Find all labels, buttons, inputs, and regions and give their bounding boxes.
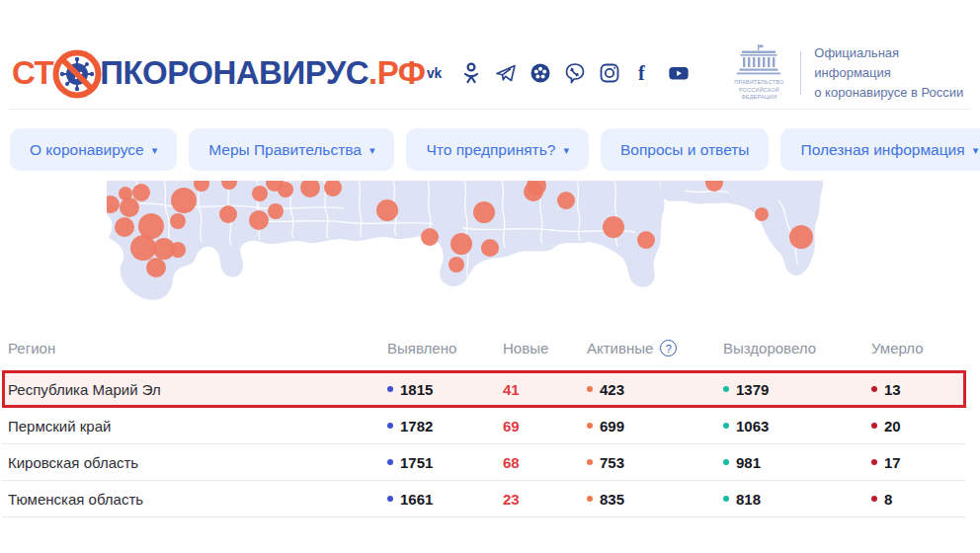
case-marker[interactable] [170, 213, 186, 229]
case-marker[interactable] [637, 231, 655, 249]
logo-text-prefix: СТ [12, 54, 53, 92]
col-header-detected: Выявлено [387, 340, 503, 356]
case-marker[interactable] [170, 242, 186, 258]
nav-government-measures[interactable]: Меры Правительства▾ [189, 128, 394, 171]
detected-dot-icon [387, 496, 393, 502]
official-info-text: Официальная информация о коронавирусе в … [814, 43, 968, 103]
vk-icon[interactable]: vk [426, 62, 448, 84]
detected-dot-icon [387, 459, 393, 465]
case-marker[interactable] [421, 228, 439, 246]
chevron-down-icon: ▾ [563, 145, 569, 156]
chevron-down-icon: ▾ [369, 145, 375, 156]
detected-dot-icon [387, 423, 393, 429]
col-header-active: Активные ? [587, 340, 723, 356]
active-dot-icon [587, 496, 593, 502]
col-header-new: Новые [503, 340, 587, 356]
russia-cases-map[interactable] [107, 181, 968, 329]
died-dot-icon [871, 496, 877, 502]
case-marker[interactable] [171, 188, 197, 213]
died-dot-icon [871, 423, 877, 429]
case-marker[interactable] [557, 192, 575, 209]
svg-text:vk: vk [426, 66, 442, 81]
table-row-tyumenskaya-oblast[interactable]: Тюменская область 1661 23 835 818 8 [2, 481, 966, 517]
case-marker[interactable] [755, 207, 769, 221]
table-header-row: Регион Выявлено Новые Активные ? Выздоро… [2, 334, 966, 370]
svg-text:f: f [638, 62, 645, 84]
case-marker[interactable] [219, 205, 237, 223]
case-marker[interactable] [268, 203, 284, 219]
recovered-dot-icon [723, 423, 729, 429]
social-links: vk [426, 62, 690, 84]
nav-what-to-do[interactable]: Что предпринять?▾ [406, 128, 588, 171]
chevron-down-icon: ▾ [973, 145, 979, 156]
government-building-icon [736, 44, 781, 76]
divider [10, 109, 970, 110]
table-row-mariy-el[interactable]: Республика Марий Эл 1815 41 423 1379 13 [2, 370, 966, 408]
died-dot-icon [871, 459, 877, 465]
main-nav: О коронавирусе▾ Меры Правительства▾ Что … [10, 128, 980, 171]
case-marker[interactable] [481, 239, 499, 257]
case-marker[interactable] [252, 186, 268, 201]
active-dot-icon [587, 423, 593, 429]
site-logo[interactable]: СТ ПКОРОНАВИРУС.РФ [12, 47, 426, 99]
flower-social-icon[interactable] [530, 62, 551, 84]
active-dot-icon [587, 386, 593, 392]
instagram-icon[interactable] [599, 62, 620, 84]
col-header-region: Регион [8, 340, 387, 356]
case-marker[interactable] [450, 233, 472, 255]
chevron-down-icon: ▾ [152, 145, 158, 156]
logo-text-suffix: .РФ [368, 54, 425, 92]
case-marker[interactable] [789, 225, 813, 249]
case-marker[interactable] [449, 257, 464, 273]
table-row-kirovskaya-oblast[interactable]: Кировская область 1751 68 753 981 17 [2, 444, 966, 481]
odnoklassniki-icon[interactable] [460, 62, 482, 84]
telegram-icon[interactable] [495, 62, 517, 84]
recovered-dot-icon [723, 496, 729, 502]
recovered-dot-icon [723, 386, 729, 392]
case-marker[interactable] [130, 235, 156, 261]
case-marker[interactable] [376, 199, 398, 221]
government-emblem: ПРАВИТЕЛЬСТВО РОССИЙСКОЙ ФЕДЕРАЦИИ [731, 44, 788, 101]
government-caption: ПРАВИТЕЛЬСТВО РОССИЙСКОЙ ФЕДЕРАЦИИ [734, 79, 783, 101]
viber-icon[interactable] [564, 62, 586, 84]
detected-dot-icon [387, 386, 393, 392]
col-header-recovered: Выздоровело [723, 340, 871, 356]
logo-text-main: ПКОРОНАВИРУС [100, 54, 368, 92]
nav-useful-info[interactable]: Полезная информация▾ [780, 128, 980, 171]
case-marker[interactable] [115, 217, 134, 237]
facebook-icon[interactable]: f [633, 62, 655, 84]
recovered-dot-icon [723, 459, 729, 465]
case-marker[interactable] [120, 198, 139, 217]
col-header-died: Умерло [871, 340, 966, 356]
case-marker[interactable] [603, 216, 624, 238]
help-icon[interactable]: ? [660, 340, 677, 356]
active-dot-icon [587, 459, 593, 465]
government-banner[interactable]: ПРАВИТЕЛЬСТВО РОССИЙСКОЙ ФЕДЕРАЦИИ Офици… [731, 43, 968, 103]
nav-about-coronavirus[interactable]: О коронавирусе▾ [10, 128, 177, 171]
youtube-icon[interactable] [668, 62, 690, 84]
nav-questions-answers[interactable]: Вопросы и ответы [601, 128, 770, 171]
case-marker[interactable] [132, 184, 150, 201]
divider [800, 51, 801, 95]
table-row-permskiy-kray[interactable]: Пермский край 1782 69 699 1063 20 [2, 408, 966, 444]
case-marker[interactable] [524, 182, 543, 201]
case-marker[interactable] [146, 258, 166, 277]
site-header: СТ ПКОРОНАВИРУС.РФ [0, 41, 980, 105]
stopcoronavirus-page: СТ ПКОРОНАВИРУС.РФ [0, 0, 980, 553]
regions-table: Регион Выявлено Новые Активные ? Выздоро… [2, 334, 966, 517]
case-marker[interactable] [278, 182, 293, 198]
no-virus-icon [51, 48, 103, 100]
case-marker[interactable] [249, 210, 269, 230]
died-dot-icon [871, 386, 877, 392]
case-marker[interactable] [473, 201, 495, 223]
